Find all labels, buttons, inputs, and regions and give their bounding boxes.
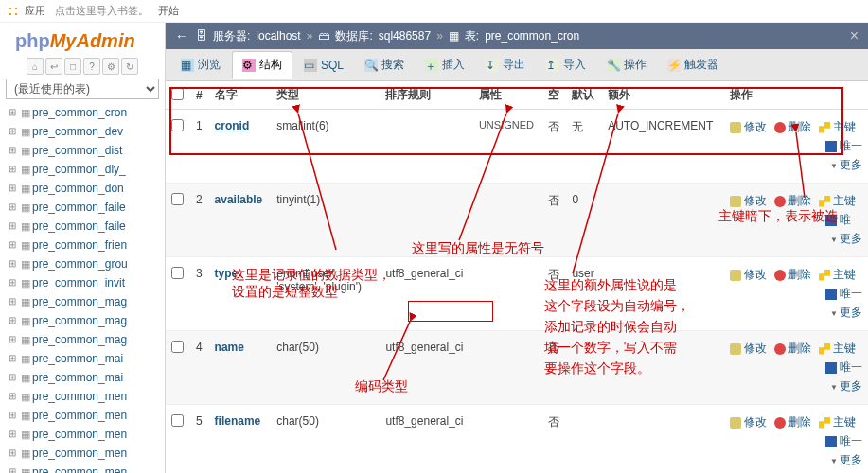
tab-export[interactable]: ↧导出	[476, 52, 535, 78]
sidebar-table-item[interactable]: ▦pre_common_mag	[6, 311, 159, 330]
sidebar-table-item[interactable]: ▦pre_common_dev	[6, 122, 159, 141]
recent-tables-select[interactable]: (最近使用的表)	[6, 79, 159, 99]
select-all-checkbox[interactable]	[171, 88, 184, 100]
apps-label[interactable]: 应用	[25, 4, 45, 18]
unique-action[interactable]: 唯一	[825, 138, 862, 154]
delete-action[interactable]: 删除	[774, 193, 811, 209]
unique-action[interactable]: 唯一	[825, 433, 862, 449]
breadcrumb: ← 🗄 服务器: localhost » 🗃 数据库: sql486587 » …	[166, 23, 868, 49]
breadcrumb-table[interactable]: pre_common_cron	[485, 29, 579, 43]
sidebar-table-item[interactable]: ▦pre_common_mag	[6, 292, 159, 311]
delete-action[interactable]: 删除	[774, 119, 811, 135]
row-checkbox[interactable]	[171, 341, 184, 353]
sidebar-table-item[interactable]: ▦pre_common_dist	[6, 141, 159, 160]
delete-action[interactable]: 删除	[774, 267, 811, 283]
sidebar-table-item[interactable]: ▦pre_common_diy_	[6, 160, 159, 179]
sidebar-table-item[interactable]: ▦pre_common_men	[6, 444, 159, 463]
more-action[interactable]: ▼更多	[830, 305, 862, 321]
edit-action[interactable]: 修改	[730, 341, 767, 357]
more-action[interactable]: ▼更多	[830, 378, 862, 394]
server-icon: 🗄	[196, 29, 207, 43]
sidebar-table-item[interactable]: ▦pre_common_grou	[6, 254, 159, 273]
row-checkbox[interactable]	[171, 414, 184, 427]
column-row: 4namechar(50)utf8_general_ci否修改删除主键唯一▼更多	[166, 331, 868, 405]
main-panel: ← 🗄 服务器: localhost » 🗃 数据库: sql486587 » …	[166, 23, 868, 473]
sidebar-table-item[interactable]: ▦pre_common_mai	[6, 368, 159, 387]
edit-action[interactable]: 修改	[730, 193, 767, 209]
sidebar-table-item[interactable]: ▦pre_common_men	[6, 425, 159, 444]
delete-action[interactable]: 删除	[774, 414, 811, 430]
sidebar: phpMyAdmin ⌂ ↩ □ ? ⚙ ↻ (最近使用的表) ▦pre_com…	[0, 23, 166, 473]
phpmyadmin-logo[interactable]: phpMyAdmin	[15, 30, 159, 52]
primary-action[interactable]: 主键	[819, 193, 856, 209]
unique-action[interactable]: 唯一	[825, 286, 862, 302]
primary-action[interactable]: 主键	[819, 267, 856, 283]
more-action[interactable]: ▼更多	[830, 157, 862, 173]
close-icon[interactable]: ×	[850, 27, 859, 44]
docs-icon[interactable]: ?	[83, 58, 100, 75]
row-checkbox[interactable]	[171, 119, 184, 131]
browser-bookmark-bar: 应用 点击这里导入书签。 开始	[0, 0, 868, 23]
column-name[interactable]: filename	[209, 405, 272, 474]
collapse-sidebar-icon[interactable]: ←	[175, 28, 188, 44]
sql-icon[interactable]: □	[64, 58, 81, 75]
edit-action[interactable]: 修改	[730, 119, 767, 135]
column-row: 1cronidsmallint(6)UNSIGNED否无AUTO_INCREME…	[166, 110, 868, 184]
column-row: 5filenamechar(50)utf8_general_ci否修改删除主键唯…	[166, 405, 868, 474]
settings-icon[interactable]: ⚙	[102, 58, 119, 75]
column-row: 3typeenum('user', 'system', 'plugin')utf…	[166, 257, 868, 331]
table-icon: ▦	[449, 29, 459, 43]
primary-action[interactable]: 主键	[819, 341, 856, 357]
tab-browse[interactable]: ▦浏览	[171, 52, 230, 78]
start-bookmark[interactable]: 开始	[158, 4, 179, 18]
column-name[interactable]: available	[209, 184, 272, 257]
sidebar-table-item[interactable]: ▦pre_common_faile	[6, 217, 159, 236]
tab-structure[interactable]: ⚙结构	[232, 51, 292, 79]
reload-icon[interactable]: ↻	[121, 58, 138, 75]
column-row: 2availabletinyint(1)否0修改删除主键唯一▼更多	[166, 184, 868, 257]
sidebar-table-item[interactable]: ▦pre_common_men	[6, 463, 159, 473]
primary-action[interactable]: 主键	[819, 414, 856, 430]
sidebar-table-item[interactable]: ▦pre_common_faile	[6, 198, 159, 217]
home-icon[interactable]: ⌂	[27, 58, 44, 75]
sidebar-table-item[interactable]: ▦pre_common_men	[6, 387, 159, 406]
sidebar-table-item[interactable]: ▦pre_common_cron	[6, 103, 159, 122]
db-icon: 🗃	[318, 29, 329, 43]
sidebar-table-item[interactable]: ▦pre_common_mag	[6, 330, 159, 349]
tab-bar: ▦浏览 ⚙结构 ▭SQL 🔍搜索 ＋插入 ↧导出 ↥导入 🔧操作 ⚡触发器	[166, 49, 868, 81]
sidebar-table-item[interactable]: ▦pre_common_frien	[6, 236, 159, 254]
sidebar-table-item[interactable]: ▦pre_common_mai	[6, 349, 159, 368]
tab-sql[interactable]: ▭SQL	[294, 54, 353, 77]
sidebar-table-item[interactable]: ▦pre_common_invit	[6, 273, 159, 292]
breadcrumb-db[interactable]: sql486587	[379, 29, 431, 43]
column-name[interactable]: type	[209, 257, 272, 331]
column-name[interactable]: name	[209, 331, 272, 405]
tab-import[interactable]: ↥导入	[537, 52, 595, 78]
table-tree: ▦pre_common_cron▦pre_common_dev▦pre_comm…	[6, 103, 159, 473]
more-action[interactable]: ▼更多	[830, 231, 862, 247]
sidebar-table-item[interactable]: ▦pre_common_don	[6, 179, 159, 198]
structure-table: # 名字 类型 排序规则 属性 空 默认 额外 操作 1cronidsmalli…	[166, 81, 868, 473]
row-checkbox[interactable]	[171, 193, 184, 205]
delete-action[interactable]: 删除	[774, 341, 811, 357]
edit-action[interactable]: 修改	[730, 414, 767, 430]
edit-action[interactable]: 修改	[730, 267, 767, 283]
column-name[interactable]: cronid	[209, 110, 272, 184]
tab-search[interactable]: 🔍搜索	[355, 52, 414, 78]
tab-operations[interactable]: 🔧操作	[597, 52, 656, 78]
row-checkbox[interactable]	[171, 267, 184, 279]
sidebar-table-item[interactable]: ▦pre_common_men	[6, 406, 159, 425]
primary-action[interactable]: 主键	[819, 119, 856, 135]
breadcrumb-server[interactable]: localhost	[256, 29, 300, 43]
unique-action[interactable]: 唯一	[825, 359, 862, 376]
import-bookmarks-hint[interactable]: 点击这里导入书签。	[55, 4, 149, 18]
apps-icon[interactable]	[8, 6, 19, 17]
nav-buttons: ⌂ ↩ □ ? ⚙ ↻	[6, 58, 159, 75]
more-action[interactable]: ▼更多	[830, 452, 862, 468]
tab-triggers[interactable]: ⚡触发器	[658, 52, 728, 78]
unique-action[interactable]: 唯一	[825, 212, 862, 228]
logout-icon[interactable]: ↩	[45, 58, 62, 75]
tab-insert[interactable]: ＋插入	[416, 52, 474, 78]
